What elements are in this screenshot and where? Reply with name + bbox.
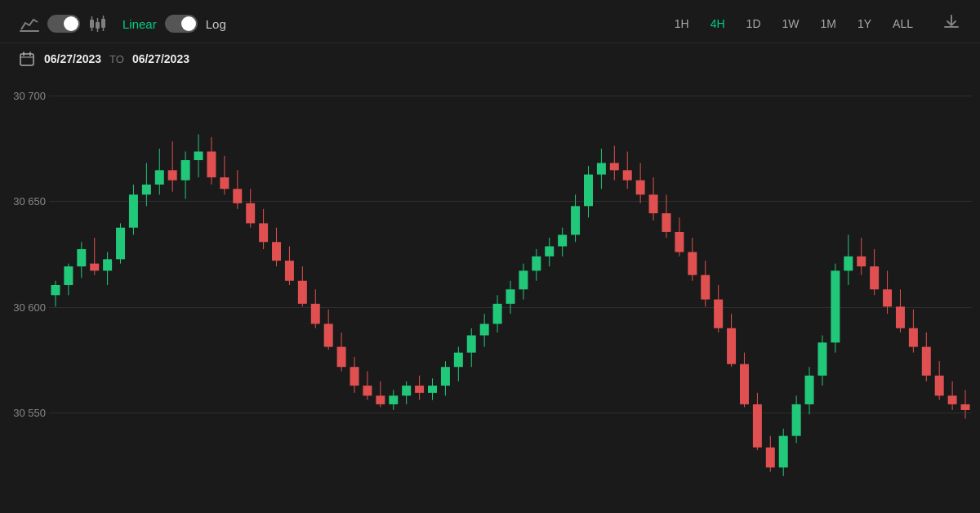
- y-label-600: 30 600: [0, 301, 46, 313]
- date-bar: 06/27/2023 TO 06/27/2023: [0, 43, 980, 74]
- tf-4h[interactable]: 4H: [702, 13, 733, 34]
- calendar-icon: [20, 51, 34, 66]
- tf-1y[interactable]: 1Y: [849, 13, 880, 34]
- scale-toggle-group: Linear Log: [122, 15, 226, 33]
- svg-rect-4: [96, 22, 100, 29]
- candlestick-chart: [49, 74, 972, 496]
- svg-rect-7: [101, 19, 105, 28]
- chart-type-icons: [20, 15, 106, 33]
- toolbar: Linear Log 1H 4H 1D 1W 1M 1Y ALL: [0, 0, 980, 43]
- chart-type-toggle[interactable]: [47, 15, 80, 33]
- log-label: Log: [206, 17, 226, 31]
- tf-1h[interactable]: 1H: [666, 13, 697, 34]
- svg-rect-10: [20, 54, 33, 65]
- linear-label: Linear: [122, 17, 157, 31]
- tf-1w[interactable]: 1W: [774, 13, 808, 34]
- y-label-700: 30 700: [0, 89, 46, 101]
- line-chart-icon[interactable]: [20, 15, 39, 33]
- y-label-650: 30 650: [0, 195, 46, 207]
- to-date: 06/27/2023: [132, 52, 189, 65]
- scale-toggle[interactable]: [165, 15, 198, 33]
- chart-area: 30 700 30 650 30 600 30 550: [0, 74, 980, 497]
- candlestick-icon[interactable]: [88, 15, 106, 33]
- from-date: 06/27/2023: [44, 52, 101, 65]
- svg-rect-1: [90, 20, 94, 28]
- timeframe-group: 1H 4H 1D 1W 1M 1Y ALL: [666, 13, 921, 34]
- tf-1m[interactable]: 1M: [813, 13, 844, 34]
- to-label: TO: [109, 53, 124, 65]
- tf-1d[interactable]: 1D: [738, 13, 769, 34]
- tf-all[interactable]: ALL: [884, 13, 921, 34]
- y-label-550: 30 550: [0, 407, 46, 419]
- svg-rect-0: [20, 30, 39, 32]
- date-range[interactable]: 06/27/2023 TO 06/27/2023: [44, 52, 189, 65]
- download-button[interactable]: [942, 13, 960, 34]
